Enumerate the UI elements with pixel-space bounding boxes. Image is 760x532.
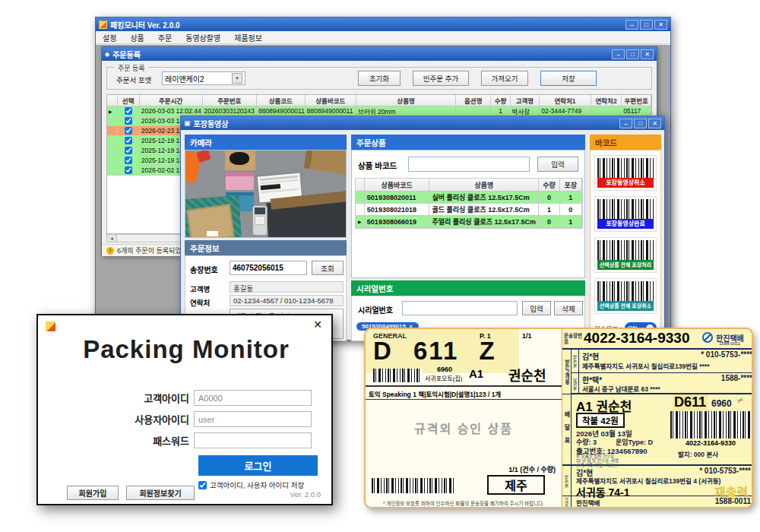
- login-button[interactable]: 로그인: [198, 455, 318, 476]
- maximize-button[interactable]: □: [640, 20, 653, 30]
- receiver-name: 김*현: [582, 350, 599, 362]
- product-barcode-input[interactable]: [408, 157, 530, 172]
- waybill-header: 운송장번호 4022-3164-9330 한진택배 1588-0011: [562, 329, 753, 350]
- table-header-row: 선택 주문시간 주문번호 상품코드 상품바코드 상품명 옵션명 수량 고객명 연…: [107, 95, 651, 106]
- action-barcode[interactable]: 선택상품 전체 포장처리: [594, 237, 657, 273]
- format-label: 주문서 포맷: [116, 74, 151, 85]
- close-button[interactable]: ✕: [648, 119, 661, 128]
- sender-address: 서울시 중구 남대문로 63 ****: [582, 384, 660, 393]
- customer-id-input[interactable]: [194, 390, 312, 406]
- group-title: 주문 등록: [115, 63, 148, 73]
- item-row[interactable]: 5019308021018 골드 폴리싱 클로즈 12.5x17.5Cm 1 0: [356, 204, 582, 216]
- password-input[interactable]: [194, 432, 312, 448]
- receiver-side-label: 받는분: [562, 466, 572, 496]
- scrollbar-left-button[interactable]: ◄: [107, 235, 117, 242]
- reset-button[interactable]: 초기화: [358, 71, 401, 86]
- main-titlebar[interactable]: 패킹모니터 Ver. 2.0.0 – □ ✕: [96, 17, 670, 31]
- contact-label: 연락처: [190, 297, 210, 308]
- find-account-button[interactable]: 회원정보찾기: [126, 486, 195, 500]
- item-row[interactable]: 5019308020011 실버 폴리싱 클로즈 12.5x17.5Cm 0 1: [356, 192, 582, 204]
- receiver-side-label: 받는분: [572, 350, 579, 373]
- shipping-label-left: GENERAL P. 1 1/1 D 611 Z 6960 서귀포오토(집) A…: [366, 329, 562, 508]
- sender-name: 한진택배: [576, 498, 600, 507]
- maximize-button[interactable]: □: [634, 119, 647, 128]
- menu-about[interactable]: 제품정보: [227, 32, 269, 43]
- cod-amount: 착불 42원: [576, 413, 625, 428]
- password-label: 패스워드: [84, 433, 194, 448]
- dest-number: 6960: [437, 366, 452, 373]
- action-barcode[interactable]: 선택상품 전체 포장취소: [594, 278, 657, 314]
- row-selector: ▶: [107, 106, 118, 116]
- import-button[interactable]: 가져오기: [481, 71, 528, 86]
- app-icon: [46, 321, 55, 331]
- contact-value: 02-1234-4567 / 010-1234-5678: [230, 295, 344, 306]
- minimize-button[interactable]: –: [612, 49, 625, 59]
- label-count: 1/1: [522, 332, 532, 340]
- row-checkbox[interactable]: [125, 117, 132, 125]
- invoice-label: 송장번호: [190, 264, 218, 275]
- row-checkbox-cell: [118, 136, 140, 145]
- app-icon: [99, 21, 107, 29]
- login-title: Packing Monitor: [38, 335, 334, 364]
- user-id-input[interactable]: [194, 411, 312, 427]
- add-empty-order-button[interactable]: 빈주문 추가: [413, 71, 469, 86]
- customer-id-label: 고객아이디: [84, 391, 194, 405]
- serial-input[interactable]: [402, 301, 518, 315]
- maximize-button[interactable]: □: [626, 49, 639, 59]
- row-checkbox[interactable]: [125, 166, 132, 174]
- remember-checkbox[interactable]: [198, 481, 207, 489]
- row-checkbox[interactable]: [125, 127, 132, 135]
- screen: 패킹모니터 Ver. 2.0.0 – □ ✕ 설정 상품 주문 동영상촬영 제품…: [0, 0, 760, 532]
- lookup-button[interactable]: 조회: [312, 261, 344, 275]
- serial-enter-button[interactable]: 입력: [522, 301, 551, 315]
- sender-phone: 1588-0011: [715, 497, 751, 505]
- shipping-label: GENERAL P. 1 1/1 D 611 Z 6960 서귀포오토(집) A…: [364, 328, 753, 508]
- row-checkbox-cell: [118, 106, 140, 116]
- dropdown-arrow-icon[interactable]: ▼: [232, 73, 242, 84]
- waybill-barcode: [670, 411, 751, 439]
- barcode-enter-button[interactable]: 입력: [537, 157, 578, 172]
- action-barcode[interactable]: 포장동영상취소: [594, 155, 657, 191]
- row-checkbox[interactable]: [125, 107, 132, 115]
- menu-video[interactable]: 동영상촬영: [179, 32, 227, 43]
- row-checkbox[interactable]: [125, 157, 132, 164]
- barcode-panel-header: 바코드: [590, 135, 661, 150]
- invoice-input[interactable]: [230, 261, 307, 275]
- close-button[interactable]: ✕: [654, 20, 667, 30]
- serial-delete-button[interactable]: 삭제: [554, 301, 583, 315]
- barcode-panel: 포장동영상취소 포장동영상완료 선택상품 전체 포장처리 선택상품 전체 포장취…: [590, 150, 661, 341]
- video-window-titlebar[interactable]: ▣ 포장동영상 – □ ✕: [181, 116, 664, 130]
- item-row[interactable]: ▶ 5019308066019 주얼리 폴리싱 클로즈 12.5x17.5Cm …: [356, 216, 582, 228]
- barcode-image: [597, 240, 654, 260]
- diamond-icon: ◆: [105, 51, 109, 58]
- waybill-barcode-number: 4022-3164-9330: [670, 439, 751, 447]
- minimize-button[interactable]: –: [625, 20, 638, 30]
- window-title: 패킹모니터 Ver. 2.0.0: [110, 19, 180, 30]
- menu-orders[interactable]: 주문: [151, 32, 179, 43]
- customer-name-value: 홍길동: [230, 281, 344, 293]
- row-checkbox-cell: [118, 116, 140, 125]
- watermark-text: 규격외 승인 상품: [366, 419, 562, 437]
- row-selector: ▶: [356, 216, 365, 227]
- signup-button[interactable]: 회원가입: [67, 486, 119, 500]
- barcode-image: [597, 281, 654, 301]
- row-checkbox[interactable]: [125, 137, 132, 144]
- format-select[interactable]: 레이앤케이2 ▼: [162, 71, 245, 85]
- order-window-titlebar[interactable]: ◆ 주문등록 – □ ✕: [102, 47, 657, 61]
- save-button[interactable]: 저장: [540, 71, 597, 86]
- close-button[interactable]: ✕: [641, 49, 654, 59]
- row-checkbox-cell: [118, 166, 140, 175]
- close-icon[interactable]: ✕: [313, 318, 322, 331]
- menu-products[interactable]: 상품: [123, 32, 150, 43]
- camera-object: [252, 205, 268, 236]
- row-checkbox[interactable]: [125, 147, 132, 154]
- menu-settings[interactable]: 설정: [96, 32, 123, 43]
- order-group-box: 주문 등록 주문서 포맷 레이앤케이2 ▼ 초기화 빈주문 추가 가져오기 저장: [106, 67, 652, 90]
- sender-phone: 1588-****: [721, 374, 752, 382]
- minimize-button[interactable]: –: [619, 119, 632, 128]
- receiver-address: 제주특별자치도 서귀포시 칠십리로139번길 ****: [582, 361, 709, 370]
- privacy-footnote: * 개인정보 보호를 위하여 인수하신 화물의 운송장을 폐기하여 주시기 바랍…: [369, 499, 559, 507]
- remember-label: 고객아이디, 사용자 아이디 저장: [210, 480, 304, 490]
- label-barcode: [372, 478, 455, 493]
- action-barcode[interactable]: 포장동영상완료: [594, 196, 657, 232]
